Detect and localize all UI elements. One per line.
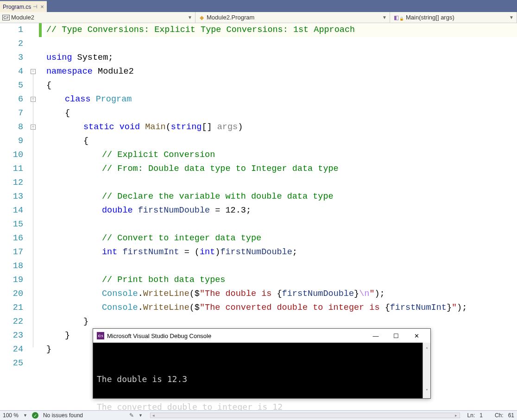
line-number: 16 [0,232,23,245]
chevron-down-icon[interactable]: ▼ [380,15,387,20]
code-line[interactable]: // Declare the variable with double data… [46,190,517,204]
line-number-gutter: 1234567891011121314151617181920212223242… [0,23,28,410]
method-icon: ◧ [393,14,399,21]
breadcrumb: C# Module2 ▼ ◆ Module2.Program ▼ ◧🔒 Main… [0,12,517,23]
code-line[interactable]: } [46,315,517,329]
zoom-level[interactable]: 100 % [3,412,19,419]
ln-value: 1 [479,412,483,419]
crumb-class[interactable]: ◆ Module2.Program ▼ [195,12,390,23]
debug-console-window[interactable]: C:\ Microsoft Visual Studio Debug Consol… [93,328,431,399]
chevron-down-icon[interactable]: ▼ [507,15,514,20]
code-line[interactable]: class Program [46,93,517,107]
code-line[interactable] [46,37,517,51]
code-line[interactable]: // Convert to integer data type [46,232,517,245]
line-number: 5 [0,79,23,93]
status-bar: 100 % ▼ ✓ No issues found ✎ ▼ ◂ ▸ Ln: 1 … [0,410,517,420]
scroll-right-icon[interactable]: ▸ [453,413,460,418]
line-number: 14 [0,204,23,218]
line-number: 22 [0,315,23,329]
code-line[interactable] [46,259,517,273]
code-line[interactable]: static void Main(string[] args) [46,120,517,134]
console-scrollbar[interactable]: ˄ ˅ [422,343,430,398]
code-line[interactable] [46,176,517,190]
console-output[interactable]: The double is 12.3 The converted double … [93,343,430,398]
code-line[interactable]: double firstNumDouble = 12.3; [46,204,517,218]
ch-label: Ch: [495,412,504,419]
code-line[interactable]: { [46,107,517,120]
code-line[interactable]: // Explicit Conversion [46,148,517,162]
code-line[interactable]: // Print both data types [46,273,517,287]
code-line[interactable]: // From: Double data type to Integer dat… [46,162,517,176]
chevron-down-icon[interactable]: ▼ [23,413,27,418]
screwdriver-icon[interactable]: ✎ [129,412,134,419]
chevron-down-icon[interactable]: ▼ [186,15,192,20]
code-line[interactable]: { [46,134,517,148]
code-line[interactable]: Console.WriteLine($"The converted double… [46,301,517,315]
code-line[interactable]: // Type Conversions: Explicit Type Conve… [46,23,517,37]
code-line[interactable]: { [46,79,517,93]
ch-value: 61 [508,412,514,419]
console-titlebar[interactable]: C:\ Microsoft Visual Studio Debug Consol… [93,329,430,343]
line-number: 4 [0,65,23,79]
code-line[interactable] [46,218,517,232]
class-icon: ◆ [198,14,205,21]
lock-icon: 🔒 [399,17,404,21]
scroll-down-icon[interactable]: ˅ [426,384,428,398]
line-number: 7 [0,107,23,120]
line-number: 11 [0,162,23,176]
fold-margin: −−− [28,23,46,410]
pin-icon[interactable]: ⊣ [33,4,38,10]
line-number: 2 [0,37,23,51]
code-line[interactable]: using System; [46,51,517,65]
line-number: 3 [0,51,23,65]
line-number: 21 [0,301,23,315]
close-icon[interactable]: × [40,3,44,10]
line-number: 9 [0,134,23,148]
minimize-button[interactable]: — [366,332,386,339]
crumb-class-label: Module2.Program [207,14,254,21]
maximize-button[interactable]: ☐ [386,332,406,339]
crumb-project-label: Module2 [11,14,34,21]
line-number: 10 [0,148,23,162]
issues-ok-icon: ✓ [32,412,38,419]
tab-strip: Program.cs ⊣ × [0,0,517,12]
console-title-text: Microsoft Visual Studio Debug Console [107,332,211,339]
issues-text[interactable]: No issues found [43,412,83,419]
vs-app-icon: C:\ [97,332,104,339]
close-button[interactable]: ✕ [406,332,427,339]
line-number: 12 [0,176,23,190]
line-number: 13 [0,190,23,204]
code-line[interactable]: namespace Module2 [46,65,517,79]
line-number: 23 [0,329,23,343]
chevron-down-icon[interactable]: ▼ [139,413,143,418]
code-line[interactable]: Console.WriteLine($"The double is {first… [46,287,517,301]
line-number: 15 [0,218,23,232]
line-number: 8 [0,120,23,134]
code-line[interactable]: int firstNumInt = (int)firstNumDouble; [46,245,517,259]
crumb-project[interactable]: C# Module2 ▼ [0,12,195,23]
line-number: 25 [0,357,23,370]
crumb-method-label: Main(string[] args) [406,14,454,21]
line-number: 18 [0,259,23,273]
scroll-up-icon[interactable]: ˄ [426,343,428,357]
console-line [97,386,427,400]
change-indicator [39,23,42,37]
line-number: 20 [0,287,23,301]
line-number: 1 [0,23,23,37]
line-number: 6 [0,93,23,107]
crumb-method[interactable]: ◧🔒 Main(string[] args) ▼ [390,12,517,23]
horizontal-scrollbar[interactable]: ◂ ▸ [150,413,460,418]
tab-title: Program.cs [3,4,31,10]
fold-toggle[interactable]: − [31,69,36,74]
line-number: 17 [0,245,23,259]
line-number: 19 [0,273,23,287]
scroll-left-icon[interactable]: ◂ [151,413,157,418]
line-number: 24 [0,343,23,357]
console-line: The double is 12.3 [97,372,427,386]
tab-program-cs[interactable]: Program.cs ⊣ × [0,1,47,12]
csharp-icon: C# [2,15,10,20]
ln-label: Ln: [467,412,475,419]
